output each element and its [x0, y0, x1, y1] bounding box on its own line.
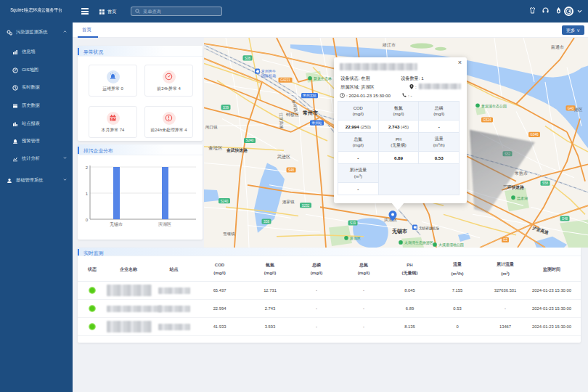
svg-text:S232: S232: [302, 204, 310, 208]
svg-text:金武快速路: 金武快速路: [226, 147, 248, 153]
svg-text:常熟市: 常熟市: [515, 171, 528, 176]
svg-text:无锡市: 无锡市: [110, 221, 123, 227]
svg-text:潘家镇: 潘家镇: [282, 200, 295, 205]
svg-text:金坛区: 金坛区: [208, 145, 223, 150]
svg-text:钟楼区: 钟楼区: [285, 112, 299, 117]
svg-text:S38: S38: [245, 57, 250, 60]
svg-text:0: 0: [86, 218, 89, 222]
svg-text:G4221: G4221: [280, 78, 290, 82]
svg-text:太湖湾生态旅游区: 太湖湾生态旅游区: [404, 240, 433, 245]
svg-text:无锡硕放机场: 无锡硕放机场: [419, 226, 439, 231]
svg-text:港区: 港区: [574, 107, 583, 113]
svg-text:雪堰镇: 雪堰镇: [223, 232, 235, 236]
svg-text:1: 1: [86, 192, 89, 196]
svg-text:黄泥浦生态公园: 黄泥浦生态公园: [481, 104, 507, 109]
svg-text:S19: S19: [350, 221, 356, 225]
svg-text:武进区: 武进区: [277, 155, 290, 160]
svg-text:S48: S48: [288, 168, 294, 172]
svg-text:G40: G40: [568, 107, 574, 110]
svg-text:滨湖区: 滨湖区: [158, 221, 171, 226]
svg-text:闸口镇: 闸口镇: [205, 125, 218, 130]
svg-text:常州市: 常州市: [303, 110, 318, 116]
svg-text:新龙生态林: 新龙生态林: [314, 76, 332, 81]
svg-text:S58: S58: [542, 181, 548, 185]
svg-text:无锡市: 无锡市: [391, 228, 407, 234]
svg-text:S240: S240: [246, 139, 254, 142]
svg-text:S39: S39: [223, 106, 229, 110]
svg-text:南通市: 南通市: [551, 44, 564, 49]
svg-text:S240: S240: [221, 200, 229, 203]
svg-text:S48: S48: [562, 217, 568, 221]
svg-text:G346: G346: [531, 133, 539, 136]
svg-text:2: 2: [86, 166, 89, 170]
svg-text:靖江市: 靖江市: [382, 42, 396, 47]
svg-text:G2: G2: [503, 238, 507, 242]
svg-text:S58: S58: [264, 220, 269, 224]
svg-text:昆承湖: 昆承湖: [517, 196, 528, 201]
svg-text:度假区: 度假区: [350, 236, 361, 241]
svg-text:G524: G524: [483, 118, 491, 122]
svg-text:国际机场: 国际机场: [261, 73, 276, 78]
